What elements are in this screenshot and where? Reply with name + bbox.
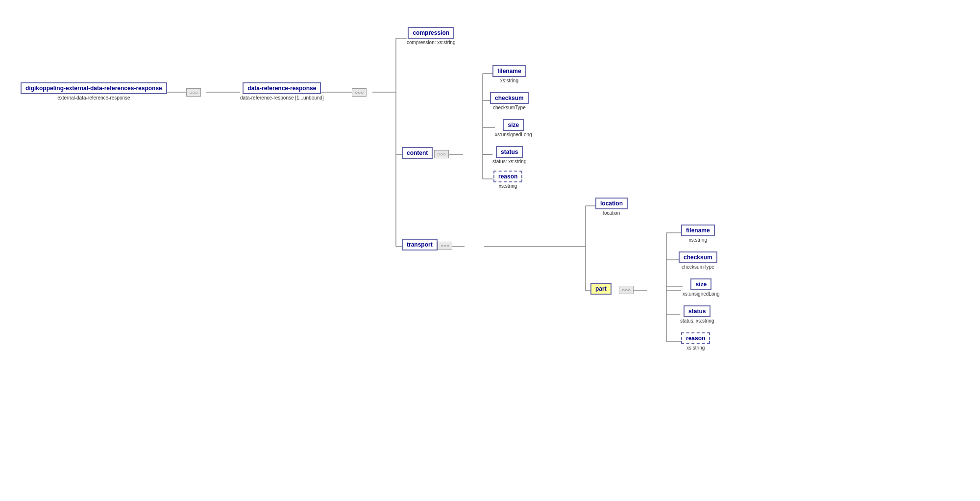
- content-node[interactable]: content: [402, 147, 433, 159]
- checksum2-box[interactable]: checksum: [679, 251, 717, 263]
- checksum2-node[interactable]: checksum checksumType: [679, 251, 717, 270]
- connector-part: ○○○: [619, 286, 634, 294]
- reason1-node[interactable]: reason xs:string: [493, 171, 522, 189]
- xml-schema-diagram: digikoppeling-external-data-references-r…: [0, 0, 980, 501]
- root-node[interactable]: digikoppeling-external-data-references-r…: [21, 82, 167, 100]
- connector-ref-to-children: ○○○: [352, 88, 367, 97]
- size1-sublabel: xs:unsignedLong: [495, 132, 532, 137]
- size2-node[interactable]: size xs:unsignedLong: [683, 278, 720, 297]
- data-reference-response-node[interactable]: data-reference-response data-reference-r…: [240, 82, 324, 100]
- size1-node[interactable]: size xs:unsignedLong: [495, 119, 532, 137]
- transport-node[interactable]: transport: [402, 239, 438, 250]
- status1-node[interactable]: status status: xs:string: [492, 146, 526, 164]
- size2-box[interactable]: size: [690, 278, 711, 290]
- filename1-node[interactable]: filename xs:string: [492, 65, 526, 83]
- connector-content: ○○○: [434, 150, 449, 158]
- location-node[interactable]: location location: [595, 198, 628, 216]
- part-box[interactable]: part: [590, 283, 612, 295]
- filename2-node[interactable]: filename xs:string: [681, 225, 715, 243]
- reason2-sublabel: xs:string: [686, 345, 705, 351]
- root-node-box[interactable]: digikoppeling-external-data-references-r…: [21, 82, 167, 94]
- compression-box[interactable]: compression: [408, 27, 454, 39]
- status2-sublabel: status: xs:string: [680, 318, 714, 324]
- reason1-box[interactable]: reason: [493, 171, 522, 182]
- compression-node[interactable]: compression compression: xs:string: [407, 27, 455, 45]
- status1-box[interactable]: status: [496, 146, 523, 158]
- filename2-sublabel: xs:string: [689, 237, 707, 243]
- status2-box[interactable]: status: [684, 305, 710, 317]
- transport-box[interactable]: transport: [402, 239, 438, 250]
- root-node-label: external-data-reference-response: [57, 95, 130, 100]
- part-node[interactable]: part: [590, 283, 612, 295]
- size2-sublabel: xs:unsignedLong: [683, 291, 720, 297]
- content-box[interactable]: content: [402, 147, 433, 159]
- compression-sublabel: compression: xs:string: [407, 40, 455, 45]
- checksum1-node[interactable]: checksum checksumType: [490, 92, 529, 110]
- filename1-box[interactable]: filename: [492, 65, 526, 77]
- connector-root-to-ref: ○○○: [186, 88, 201, 97]
- checksum1-box[interactable]: checksum: [490, 92, 529, 104]
- reason2-box[interactable]: reason: [681, 332, 710, 344]
- reason1-sublabel: xs:string: [499, 183, 517, 189]
- reason2-node[interactable]: reason xs:string: [681, 332, 710, 351]
- data-reference-response-box[interactable]: data-reference-response: [243, 82, 321, 94]
- filename1-sublabel: xs:string: [500, 78, 518, 83]
- location-box[interactable]: location: [595, 198, 628, 209]
- connector-lines: [0, 0, 980, 501]
- connector-transport: ○○○: [438, 242, 452, 250]
- status2-node[interactable]: status status: xs:string: [680, 305, 714, 324]
- data-reference-response-label: data-reference-response [1...unbound]: [240, 95, 324, 100]
- size1-box[interactable]: size: [503, 119, 524, 131]
- filename2-box[interactable]: filename: [681, 225, 715, 236]
- status1-sublabel: status: xs:string: [492, 159, 526, 164]
- checksum1-sublabel: checksumType: [493, 105, 526, 110]
- location-sublabel: location: [603, 210, 620, 216]
- checksum2-sublabel: checksumType: [682, 264, 714, 270]
